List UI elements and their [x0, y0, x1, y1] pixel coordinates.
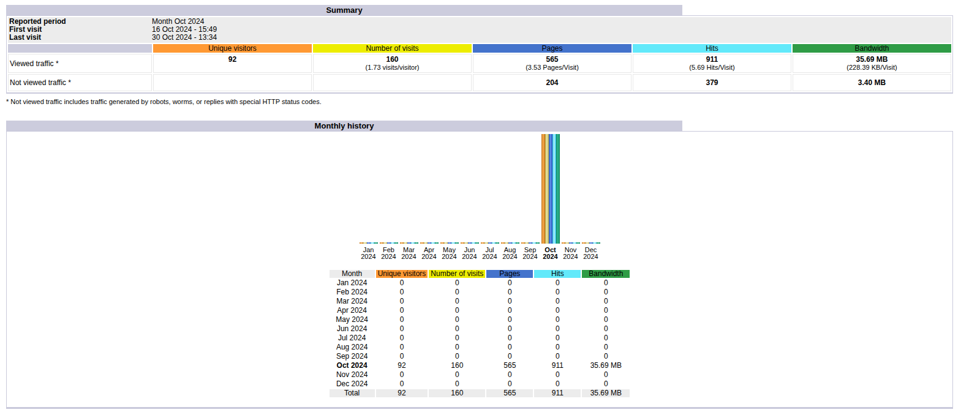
column-header-number-of-visits: Number of visits	[313, 44, 472, 53]
monthly-cell: 0	[486, 307, 533, 315]
monthly-row: Mar 202400000	[330, 297, 630, 305]
monthly-row: Sep 202400000	[330, 353, 630, 361]
monthly-cell: 0	[582, 307, 630, 315]
viewed-traffic-row: Viewed traffic * 92 160(1.73 visits/visi…	[8, 54, 951, 73]
monthly-cell: 0	[534, 353, 581, 361]
chart-x-label: Feb2024	[379, 247, 399, 260]
summary-section-title: Summary	[6, 5, 682, 15]
reported-period-row: Reported period Month Oct 2024	[8, 18, 951, 26]
monthly-row: Jul 202400000	[330, 334, 630, 342]
chart-month-slot	[358, 134, 379, 244]
monthly-row: Nov 202400000	[330, 371, 630, 379]
monthly-cell: 160	[429, 362, 485, 370]
monthly-cell: 0	[582, 297, 630, 305]
monthly-history-box: Jan2024Feb2024Mar2024Apr2024May2024Jun20…	[6, 131, 953, 409]
summary-info-rows: Reported period Month Oct 2024 First vis…	[8, 17, 951, 43]
monthly-cell: 0	[486, 380, 533, 388]
viewed-visits-cell: 160(1.73 visits/visitor)	[313, 54, 472, 73]
monthly-month-cell: May 2024	[330, 316, 375, 324]
monthly-cell: 0	[534, 325, 581, 333]
chart-month-slot	[540, 134, 560, 244]
monthly-row: May 202400000	[330, 316, 630, 324]
monthly-total-cell: 92	[376, 389, 428, 397]
monthly-cell: 0	[534, 307, 581, 315]
monthly-cell: 0	[429, 343, 485, 351]
not-viewed-visits-cell	[313, 74, 472, 91]
monthly-cell: 0	[582, 288, 630, 296]
monthly-row: Feb 202400000	[330, 288, 630, 296]
chart-bar-bandwidth-mb	[415, 242, 418, 244]
monthly-cell: 0	[582, 334, 630, 342]
monthly-month-cell: Aug 2024	[330, 343, 375, 351]
monthly-cell: 0	[582, 380, 630, 388]
viewed-hits-cell: 911(5.69 Hits/Visit)	[633, 54, 791, 73]
last-visit-row: Last visit 30 Oct 2024 - 13:34	[8, 34, 951, 42]
monthly-month-cell: Nov 2024	[330, 371, 375, 379]
monthly-cell: 0	[486, 297, 533, 305]
monthly-cell: 0	[486, 316, 533, 324]
monthly-cell: 0	[376, 279, 428, 287]
chart-x-label: Jan2024	[358, 247, 379, 260]
monthly-cell: 0	[534, 288, 581, 296]
chart-month-slot	[520, 134, 540, 244]
chart-bar-bandwidth-mb	[516, 242, 519, 244]
monthly-total-cell: 160	[429, 389, 485, 397]
awstats-report-page: Summary Reported period Month Oct 2024 F…	[0, 0, 980, 409]
summary-metric-header-row: Unique visitors Number of visits Pages H…	[8, 44, 951, 53]
monthly-header-month: Month	[330, 270, 375, 278]
summary-header-blank-cell	[8, 44, 152, 53]
monthly-cell: 0	[486, 325, 533, 333]
chart-x-label: Aug2024	[500, 247, 520, 260]
monthly-cell: 0	[534, 380, 581, 388]
chart-x-label: Jun2024	[459, 247, 480, 260]
monthly-header-pages: Pages	[486, 270, 533, 278]
monthly-total-cell: 565	[486, 389, 533, 397]
monthly-cell: 0	[429, 380, 485, 388]
column-header-hits: Hits	[633, 44, 791, 53]
monthly-cell: 0	[429, 325, 485, 333]
monthly-cell: 0	[582, 371, 630, 379]
chart-x-label: Oct2024	[540, 247, 560, 260]
monthly-cell: 0	[486, 353, 533, 361]
column-header-unique-visitors: Unique visitors	[153, 44, 312, 53]
monthly-total-cell: 35.69 MB	[582, 389, 630, 397]
monthly-cell: 0	[376, 380, 428, 388]
monthly-row-current: Oct 20249216056591135.69 MB	[330, 362, 630, 370]
chart-x-label: Apr2024	[419, 247, 439, 260]
chart-bar-bandwidth-mb	[496, 242, 499, 244]
column-header-pages: Pages	[473, 44, 631, 53]
monthly-cell: 0	[486, 279, 533, 287]
monthly-month-cell: Apr 2024	[330, 307, 375, 315]
monthly-row: Jan 202400000	[330, 279, 630, 287]
monthly-total-cell: 911	[534, 389, 581, 397]
viewed-pages-cell: 565(3.53 Pages/Visit)	[473, 54, 631, 73]
monthly-cell: 0	[429, 279, 485, 287]
last-visit-value: 30 Oct 2024 - 13:34	[152, 34, 217, 42]
chart-x-label: Sep2024	[520, 247, 540, 260]
chart-x-label: Mar2024	[399, 247, 419, 260]
monthly-cell: 0	[582, 353, 630, 361]
not-viewed-traffic-row: Not viewed traffic * 204 379 3.40 MB	[8, 74, 951, 91]
monthly-cell: 0	[429, 334, 485, 342]
monthly-header-hits: Hits	[534, 270, 581, 278]
chart-bar-bandwidth-mb	[374, 242, 378, 244]
monthly-header-bandwidth: Bandwidth	[582, 270, 630, 278]
chart-month-slot	[399, 134, 419, 244]
not-viewed-unique-visitors-cell	[153, 74, 312, 91]
monthly-cell: 92	[376, 362, 428, 370]
monthly-month-cell: Oct 2024	[330, 362, 375, 370]
monthly-table-header-row: Month Unique visitors Number of visits P…	[330, 270, 630, 278]
column-header-bandwidth: Bandwidth	[793, 44, 951, 53]
monthly-cell: 0	[376, 316, 428, 324]
monthly-cell: 0	[376, 371, 428, 379]
chart-x-label: May2024	[439, 247, 459, 260]
monthly-row: Apr 202400000	[330, 307, 630, 315]
monthly-cell: 0	[429, 353, 485, 361]
chart-x-label: Jul2024	[480, 247, 500, 260]
chart-month-slot	[379, 134, 399, 244]
monthly-cell: 0	[376, 307, 428, 315]
monthly-month-cell: Mar 2024	[330, 297, 375, 305]
monthly-cell: 0	[376, 297, 428, 305]
monthly-cell: 35.69 MB	[582, 362, 630, 370]
monthly-header-unique-visitors: Unique visitors	[376, 270, 428, 278]
